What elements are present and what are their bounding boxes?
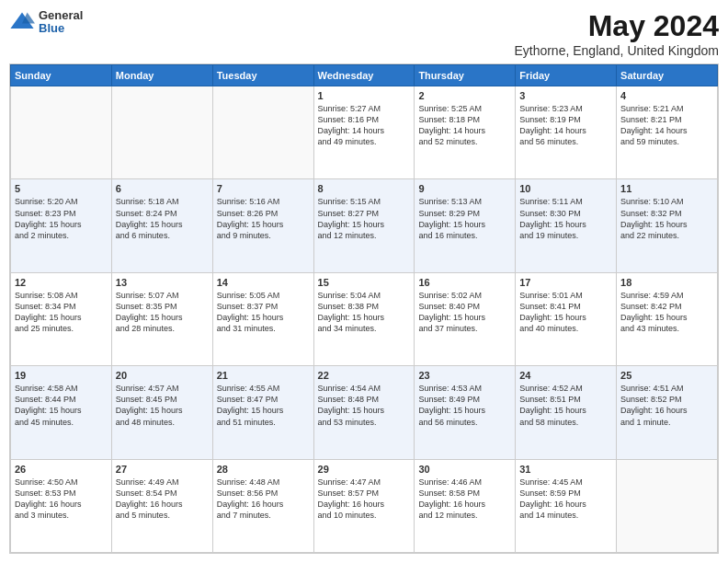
title-block: May 2024 Eythorne, England, United Kingd… (514, 9, 719, 58)
calendar-week-1: 1Sunrise: 5:27 AM Sunset: 8:16 PM Daylig… (11, 86, 718, 179)
day-number: 17 (519, 277, 612, 288)
day-number: 5 (15, 183, 108, 194)
calendar-cell: 6Sunrise: 5:18 AM Sunset: 8:24 PM Daylig… (111, 179, 212, 272)
calendar-week-5: 26Sunrise: 4:50 AM Sunset: 8:53 PM Dayli… (11, 459, 718, 552)
calendar-cell: 29Sunrise: 4:47 AM Sunset: 8:57 PM Dayli… (313, 459, 415, 552)
day-info: Sunrise: 4:55 AM Sunset: 8:47 PM Dayligh… (217, 383, 310, 428)
day-number: 21 (217, 370, 310, 381)
calendar-cell: 27Sunrise: 4:49 AM Sunset: 8:54 PM Dayli… (111, 459, 212, 552)
calendar-table: Sunday Monday Tuesday Wednesday Thursday… (10, 64, 718, 553)
day-number: 28 (217, 464, 310, 475)
day-number: 18 (620, 277, 713, 288)
col-monday: Monday (111, 65, 212, 86)
calendar-cell: 22Sunrise: 4:54 AM Sunset: 8:48 PM Dayli… (313, 366, 415, 459)
day-number: 26 (15, 464, 108, 475)
calendar-cell: 23Sunrise: 4:53 AM Sunset: 8:49 PM Dayli… (415, 366, 516, 459)
day-number: 14 (217, 277, 310, 288)
logo-icon (9, 9, 35, 35)
calendar-cell (617, 459, 718, 552)
day-info: Sunrise: 5:25 AM Sunset: 8:18 PM Dayligh… (418, 103, 511, 148)
day-info: Sunrise: 5:05 AM Sunset: 8:37 PM Dayligh… (217, 290, 310, 335)
calendar-cell: 11Sunrise: 5:10 AM Sunset: 8:32 PM Dayli… (617, 179, 718, 272)
calendar-cell: 4Sunrise: 5:21 AM Sunset: 8:21 PM Daylig… (617, 86, 718, 179)
day-info: Sunrise: 4:46 AM Sunset: 8:58 PM Dayligh… (418, 477, 511, 522)
col-saturday: Saturday (617, 65, 718, 86)
calendar-cell: 2Sunrise: 5:25 AM Sunset: 8:18 PM Daylig… (415, 86, 516, 179)
calendar-week-3: 12Sunrise: 5:08 AM Sunset: 8:34 PM Dayli… (11, 272, 718, 365)
day-info: Sunrise: 5:04 AM Sunset: 8:38 PM Dayligh… (318, 290, 411, 335)
day-info: Sunrise: 4:52 AM Sunset: 8:51 PM Dayligh… (519, 383, 612, 428)
calendar-cell: 24Sunrise: 4:52 AM Sunset: 8:51 PM Dayli… (516, 366, 617, 459)
day-info: Sunrise: 4:58 AM Sunset: 8:44 PM Dayligh… (15, 383, 108, 428)
calendar-cell: 14Sunrise: 5:05 AM Sunset: 8:37 PM Dayli… (212, 272, 313, 365)
day-number: 15 (318, 277, 411, 288)
day-number: 30 (418, 464, 511, 475)
day-info: Sunrise: 5:18 AM Sunset: 8:24 PM Dayligh… (116, 196, 209, 241)
day-info: Sunrise: 5:23 AM Sunset: 8:19 PM Dayligh… (519, 103, 612, 148)
day-number: 13 (116, 277, 209, 288)
col-tuesday: Tuesday (212, 65, 313, 86)
calendar-cell: 21Sunrise: 4:55 AM Sunset: 8:47 PM Dayli… (212, 366, 313, 459)
calendar-cell: 25Sunrise: 4:51 AM Sunset: 8:52 PM Dayli… (617, 366, 718, 459)
calendar-cell: 8Sunrise: 5:15 AM Sunset: 8:27 PM Daylig… (313, 179, 415, 272)
calendar-week-4: 19Sunrise: 4:58 AM Sunset: 8:44 PM Dayli… (11, 366, 718, 459)
calendar-cell: 20Sunrise: 4:57 AM Sunset: 8:45 PM Dayli… (111, 366, 212, 459)
day-info: Sunrise: 5:02 AM Sunset: 8:40 PM Dayligh… (418, 290, 511, 335)
day-info: Sunrise: 4:53 AM Sunset: 8:49 PM Dayligh… (418, 383, 511, 428)
calendar-cell: 31Sunrise: 4:45 AM Sunset: 8:59 PM Dayli… (516, 459, 617, 552)
day-info: Sunrise: 5:01 AM Sunset: 8:41 PM Dayligh… (519, 290, 612, 335)
calendar-cell: 26Sunrise: 4:50 AM Sunset: 8:53 PM Dayli… (11, 459, 112, 552)
calendar-cell (111, 86, 212, 179)
logo: General Blue (9, 9, 83, 36)
day-number: 7 (217, 183, 310, 194)
day-number: 6 (116, 183, 209, 194)
col-friday: Friday (516, 65, 617, 86)
day-number: 8 (318, 183, 411, 194)
calendar-cell: 18Sunrise: 4:59 AM Sunset: 8:42 PM Dayli… (617, 272, 718, 365)
day-number: 12 (15, 277, 108, 288)
day-info: Sunrise: 5:21 AM Sunset: 8:21 PM Dayligh… (620, 103, 713, 148)
calendar-cell: 3Sunrise: 5:23 AM Sunset: 8:19 PM Daylig… (516, 86, 617, 179)
day-info: Sunrise: 4:48 AM Sunset: 8:56 PM Dayligh… (217, 477, 310, 522)
day-info: Sunrise: 4:54 AM Sunset: 8:48 PM Dayligh… (318, 383, 411, 428)
logo-general: General (39, 9, 83, 22)
calendar-cell: 9Sunrise: 5:13 AM Sunset: 8:29 PM Daylig… (415, 179, 516, 272)
day-info: Sunrise: 5:20 AM Sunset: 8:23 PM Dayligh… (15, 196, 108, 241)
day-number: 25 (620, 370, 713, 381)
title-location: Eythorne, England, United Kingdom (514, 43, 719, 58)
calendar-cell: 1Sunrise: 5:27 AM Sunset: 8:16 PM Daylig… (313, 86, 415, 179)
logo-text: General Blue (39, 9, 83, 36)
day-number: 23 (418, 370, 511, 381)
day-info: Sunrise: 4:57 AM Sunset: 8:45 PM Dayligh… (116, 383, 209, 428)
day-number: 27 (116, 464, 209, 475)
day-number: 22 (318, 370, 411, 381)
day-info: Sunrise: 5:11 AM Sunset: 8:30 PM Dayligh… (519, 196, 612, 241)
day-info: Sunrise: 4:49 AM Sunset: 8:54 PM Dayligh… (116, 477, 209, 522)
calendar: Sunday Monday Tuesday Wednesday Thursday… (9, 63, 719, 554)
day-info: Sunrise: 5:08 AM Sunset: 8:34 PM Dayligh… (15, 290, 108, 335)
calendar-body: 1Sunrise: 5:27 AM Sunset: 8:16 PM Daylig… (11, 86, 718, 553)
day-number: 20 (116, 370, 209, 381)
calendar-cell: 16Sunrise: 5:02 AM Sunset: 8:40 PM Dayli… (415, 272, 516, 365)
day-number: 3 (519, 90, 612, 101)
calendar-week-2: 5Sunrise: 5:20 AM Sunset: 8:23 PM Daylig… (11, 179, 718, 272)
day-number: 19 (15, 370, 108, 381)
day-number: 2 (418, 90, 511, 101)
calendar-cell: 19Sunrise: 4:58 AM Sunset: 8:44 PM Dayli… (11, 366, 112, 459)
col-thursday: Thursday (415, 65, 516, 86)
calendar-cell: 5Sunrise: 5:20 AM Sunset: 8:23 PM Daylig… (11, 179, 112, 272)
day-info: Sunrise: 5:27 AM Sunset: 8:16 PM Dayligh… (318, 103, 411, 148)
day-info: Sunrise: 5:10 AM Sunset: 8:32 PM Dayligh… (620, 196, 713, 241)
calendar-cell: 10Sunrise: 5:11 AM Sunset: 8:30 PM Dayli… (516, 179, 617, 272)
logo-blue: Blue (39, 22, 83, 35)
day-info: Sunrise: 4:45 AM Sunset: 8:59 PM Dayligh… (519, 477, 612, 522)
day-info: Sunrise: 4:59 AM Sunset: 8:42 PM Dayligh… (620, 290, 713, 335)
col-sunday: Sunday (11, 65, 112, 86)
day-info: Sunrise: 5:16 AM Sunset: 8:26 PM Dayligh… (217, 196, 310, 241)
day-info: Sunrise: 4:47 AM Sunset: 8:57 PM Dayligh… (318, 477, 411, 522)
day-info: Sunrise: 5:07 AM Sunset: 8:35 PM Dayligh… (116, 290, 209, 335)
day-info: Sunrise: 4:50 AM Sunset: 8:53 PM Dayligh… (15, 477, 108, 522)
col-wednesday: Wednesday (313, 65, 415, 86)
calendar-cell: 15Sunrise: 5:04 AM Sunset: 8:38 PM Dayli… (313, 272, 415, 365)
calendar-cell: 17Sunrise: 5:01 AM Sunset: 8:41 PM Dayli… (516, 272, 617, 365)
